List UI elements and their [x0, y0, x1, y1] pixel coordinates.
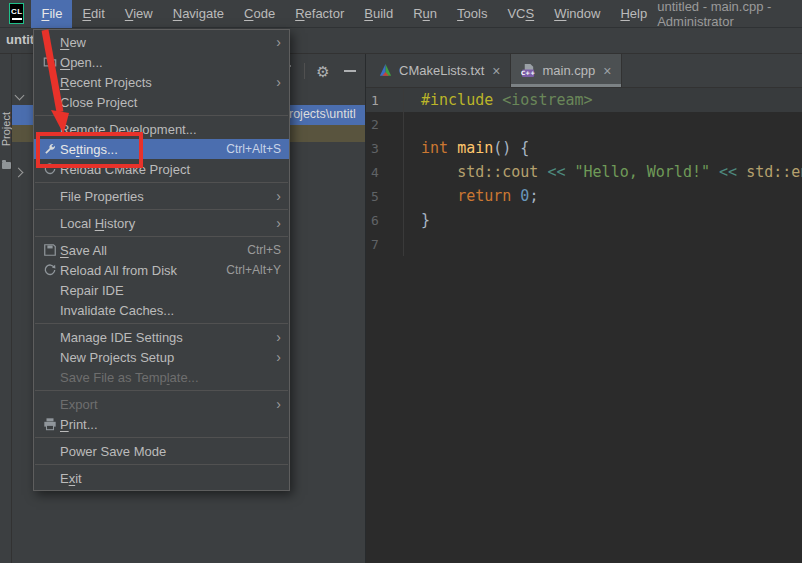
menu-item-recent-projects[interactable]: Recent Projects › [34, 72, 289, 92]
menubar-help[interactable]: Help [610, 0, 657, 28]
menu-item-power-save-mode[interactable]: Power Save Mode [34, 441, 289, 461]
menubar-code[interactable]: Code [234, 0, 285, 28]
main-menu-bar: File Edit View Navigate Code Refactor Bu… [31, 0, 657, 28]
code-editor[interactable]: 1 #include <iostream> 2 3 int main() { 4… [366, 88, 802, 563]
menubar-window[interactable]: Window [544, 0, 610, 28]
title-bar: CL File Edit View Navigate Code Refactor… [0, 0, 802, 28]
submenu-arrow-icon: › [276, 35, 281, 49]
submenu-arrow-icon: › [276, 397, 281, 411]
menu-item-save-file-as-template: Save File as Template... [34, 367, 289, 387]
menu-item-open[interactable]: Open... [34, 52, 289, 72]
clion-window: CL File Edit View Navigate Code Refactor… [0, 0, 802, 563]
menubar-edit[interactable]: Edit [72, 0, 114, 28]
menubar-refactor[interactable]: Refactor [285, 0, 354, 28]
gear-icon[interactable]: ⚙ [314, 62, 332, 80]
code-line: 5 return 0; [366, 184, 802, 208]
code-line: 4 std::cout << "Hello, World!" << std::e… [366, 160, 802, 184]
wrench-icon [40, 142, 60, 156]
editor-area: CMakeLists.txt × C++ main.cpp × 1 #inclu… [365, 54, 802, 563]
menubar-build[interactable]: Build [354, 0, 403, 28]
menubar-run[interactable]: Run [403, 0, 447, 28]
menu-item-remote-development[interactable]: Remote Development... [34, 119, 289, 139]
menu-item-save-all[interactable]: Save All Ctrl+S [34, 240, 289, 260]
line-number: 2 [366, 117, 403, 132]
window-title: untitled - main.cpp - Administrator [657, 0, 794, 29]
save-icon [40, 243, 60, 257]
menu-separator [35, 182, 288, 183]
menu-item-settings[interactable]: Settings... Ctrl+Alt+S [34, 139, 289, 159]
menu-item-new-projects-setup[interactable]: New Projects Setup › [34, 347, 289, 367]
menu-separator [35, 323, 288, 324]
menubar-tools[interactable]: Tools [447, 0, 497, 28]
submenu-arrow-icon: › [276, 216, 281, 230]
file-menu-popup: New › Open... Recent Projects › Close Pr… [33, 29, 290, 491]
project-stripe-button[interactable]: Project [0, 112, 12, 146]
menu-item-manage-ide-settings[interactable]: Manage IDE Settings › [34, 327, 289, 347]
cpp-file-icon: C++ [521, 63, 536, 78]
menu-item-close-project[interactable]: Close Project [34, 92, 289, 112]
menu-separator [35, 464, 288, 465]
submenu-arrow-icon: › [276, 350, 281, 364]
chevron-down-icon[interactable] [15, 91, 25, 101]
tab-cmakelists[interactable]: CMakeLists.txt × [368, 54, 510, 87]
menu-item-local-history[interactable]: Local History › [34, 213, 289, 233]
hide-panel-icon[interactable] [341, 62, 359, 80]
tab-label: CMakeLists.txt [399, 63, 484, 78]
menu-item-new[interactable]: New › [34, 32, 289, 52]
menu-separator [35, 115, 288, 116]
cmake-icon [378, 63, 393, 78]
project-folder-icon [2, 162, 11, 169]
menu-item-reload-all-from-disk[interactable]: Reload All from Disk Ctrl+Alt+Y [34, 260, 289, 280]
code-line: 1 #include <iostream> [366, 88, 802, 112]
clion-logo-icon: CL [9, 3, 24, 24]
menubar-navigate[interactable]: Navigate [163, 0, 234, 28]
code-line: 7 [366, 232, 802, 256]
menu-shortcut: Ctrl+Alt+Y [226, 263, 281, 277]
menu-item-reload-cmake-project[interactable]: Reload CMake Project [34, 159, 289, 179]
folder-open-icon [40, 55, 60, 69]
line-number: 5 [366, 189, 403, 204]
menu-item-repair-ide[interactable]: Repair IDE [34, 280, 289, 300]
chevron-right-icon[interactable] [14, 168, 24, 178]
line-number: 4 [366, 165, 403, 180]
menubar-file[interactable]: File [31, 0, 72, 28]
project-root-path: rojects\untitl [289, 107, 356, 121]
svg-text:C++: C++ [521, 70, 535, 76]
menu-item-export: Export › [34, 394, 289, 414]
clion-logo-text: CL [11, 8, 23, 16]
menubar-vcs[interactable]: VCS [497, 0, 544, 28]
code-line: 6 } [366, 208, 802, 232]
toolbar-divider [304, 63, 305, 79]
menu-item-file-properties[interactable]: File Properties › [34, 186, 289, 206]
submenu-arrow-icon: › [276, 330, 281, 344]
tool-window-stripe: Project [0, 54, 12, 563]
menu-shortcut: Ctrl+Alt+S [226, 142, 281, 156]
line-number: 6 [366, 213, 403, 228]
tab-label: main.cpp [542, 63, 595, 78]
menu-separator [35, 437, 288, 438]
refresh-icon [40, 162, 60, 176]
menubar-view[interactable]: View [115, 0, 163, 28]
menu-shortcut: Ctrl+S [247, 243, 281, 257]
line-number: 7 [366, 237, 403, 252]
menu-separator [35, 390, 288, 391]
code-line: 2 [366, 112, 802, 136]
submenu-arrow-icon: › [276, 75, 281, 89]
menu-separator [35, 236, 288, 237]
menu-item-invalidate-caches[interactable]: Invalidate Caches... [34, 300, 289, 320]
line-number: 1 [366, 93, 403, 108]
code-line: 3 int main() { [366, 136, 802, 160]
line-number: 3 [366, 141, 403, 156]
menu-item-print[interactable]: Print... [34, 414, 289, 434]
submenu-arrow-icon: › [276, 189, 281, 203]
editor-tab-bar: CMakeLists.txt × C++ main.cpp × [366, 54, 802, 88]
printer-icon [40, 417, 60, 431]
menu-separator [35, 209, 288, 210]
refresh-icon [40, 263, 60, 277]
tab-main-cpp[interactable]: C++ main.cpp × [510, 54, 622, 87]
close-icon[interactable]: × [492, 64, 500, 78]
menu-item-exit[interactable]: Exit [34, 468, 289, 488]
close-icon[interactable]: × [603, 64, 611, 78]
